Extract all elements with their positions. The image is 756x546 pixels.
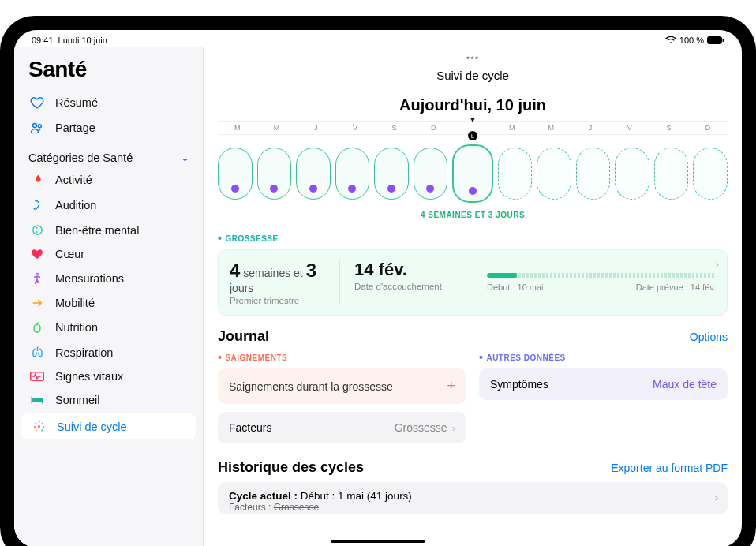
battery-icon [707,36,724,44]
pregnancy-tag: GROSSESSE [218,230,728,249]
dow-cell: J [571,124,610,132]
dow-cell: V [335,124,375,132]
cycle-day[interactable] [374,148,409,200]
svg-point-2 [33,124,37,128]
sidebar-item-suivi-cycle[interactable]: Suivi de cycle [21,413,196,439]
cycle-day[interactable] [296,148,331,200]
history-current-cycle[interactable]: › Cycle actuel : Début : 1 mai (41 jours… [218,482,728,514]
pregnancy-progress-bar [487,273,716,278]
factors-row[interactable]: Facteurs Grossesse› [218,412,466,443]
people-icon [28,121,46,135]
cycle-day-future[interactable] [615,148,649,200]
history-heading: Historique des cycles [218,459,364,476]
sidebar-item-label: Suivi de cycle [57,421,127,433]
cycle-day[interactable] [335,148,370,200]
pregnancy-due-date: 14 fév. [354,260,473,280]
pregnancy-card[interactable]: › 4 semaines et 3 jours Premier trimestr… [218,249,728,316]
home-indicator[interactable] [331,540,425,543]
svg-point-8 [38,421,39,423]
ecg-icon [28,371,46,382]
status-time: 09:41 [32,36,54,45]
cycle-day-future[interactable] [693,148,728,200]
journal-options-button[interactable]: Options [690,331,728,343]
status-bar: 09:41 Lundi 10 juin 100 % [14,30,742,47]
flame-icon [28,173,46,187]
cycle-day-future[interactable] [537,148,571,200]
sidebar-item-sommeil[interactable]: Sommeil [14,388,203,412]
sidebar-item-mensurations[interactable]: Mensurations [14,266,203,291]
wifi-icon [665,36,676,44]
chevron-right-icon: › [714,492,719,503]
sidebar-item-label: Mensurations [55,272,124,285]
bed-icon [28,395,46,406]
dow-cell: M [218,124,257,132]
heart-outline-icon [28,95,46,110]
page-title: Suivi de cycle [218,69,728,96]
cycle-day-future[interactable] [654,148,689,200]
svg-rect-1 [723,39,724,42]
sidebar: Santé Résumé Partage Catégories de Santé… [14,47,204,546]
sidebar-item-bien-etre[interactable]: Bien-être mental [14,218,203,242]
svg-rect-0 [708,37,722,44]
dow-row: ▼ L M M J V S D M M J V S D [218,121,728,135]
apple-icon [28,320,46,335]
dow-cell: M [492,124,532,132]
cycle-day-future[interactable] [498,148,533,200]
categories-header[interactable]: Catégories de Santé ⌄ [14,140,203,167]
sidebar-item-label: Respiration [55,346,113,359]
sidebar-item-activite[interactable]: Activité [14,167,203,193]
sidebar-item-label: Bien-être mental [55,224,139,237]
cycle-day-today[interactable] [452,144,493,203]
pregnancy-expected-label: Date prévue : 14 fév. [636,282,716,292]
heart-icon [28,248,46,260]
sidebar-item-label: Nutrition [55,321,98,334]
chevron-right-icon: › [452,422,455,434]
body-icon [28,271,46,286]
sidebar-item-resume[interactable]: Résumé [14,90,203,115]
cycle-day[interactable] [257,148,292,200]
cycle-pill-row[interactable] [218,135,728,211]
symptoms-label: Symptômes [490,378,548,391]
bleeding-row[interactable]: Saignements durant la grossesse + [218,368,466,404]
dow-cell: V [610,124,649,132]
sidebar-item-signes-vitaux[interactable]: Signes vitaux [14,365,203,388]
lungs-icon [28,346,46,359]
history-sub-label: Facteurs : [229,502,271,513]
bleeding-row-label: Saignements durant la grossesse [229,380,393,393]
sidebar-item-mobilite[interactable]: Mobilité [14,291,203,315]
sidebar-item-audition[interactable]: Audition [14,193,203,218]
sidebar-item-label: Activité [55,174,92,186]
sidebar-item-label: Cœur [55,248,84,260]
sidebar-item-label: Mobilité [55,297,95,309]
factors-label: Facteurs [229,421,271,434]
sidebar-item-label: Sommeil [55,394,99,406]
sidebar-partage-label: Partage [55,122,95,134]
main-content: ••• Suivi de cycle Aujourd'hui, 10 juin … [204,47,742,546]
svg-point-5 [36,273,39,275]
svg-point-9 [41,423,43,424]
cycle-day[interactable] [414,148,448,200]
sidebar-item-partage[interactable]: Partage [14,115,203,140]
pregnancy-trimester: Premier trimestre [230,296,330,305]
sidebar-item-nutrition[interactable]: Nutrition [14,315,203,340]
dow-cell: M [532,124,571,132]
chevron-right-icon: › [716,258,719,270]
cycle-day[interactable] [218,148,253,200]
symptoms-row[interactable]: Symptômes Maux de tête [479,368,728,400]
dow-cell: S [649,124,689,132]
history-current-value: Début : 1 mai (41 jours) [301,490,412,502]
svg-point-7 [37,425,39,428]
sidebar-item-label: Signes vitaux [55,370,123,383]
svg-point-3 [38,125,41,128]
sidebar-item-respiration[interactable]: Respiration [14,340,203,365]
export-pdf-button[interactable]: Exporter au format PDF [611,462,728,474]
svg-point-4 [32,226,41,234]
symptoms-value: Maux de tête [653,378,717,391]
cycle-day-future[interactable] [576,148,611,200]
more-icon[interactable]: ••• [218,50,728,69]
svg-point-10 [43,426,44,428]
bleeding-tag: SAIGNEMENTS [218,350,466,368]
sidebar-item-coeur[interactable]: Cœur [14,242,203,266]
status-date: Lundi 10 juin [58,36,107,45]
arrow-icon [28,297,46,309]
